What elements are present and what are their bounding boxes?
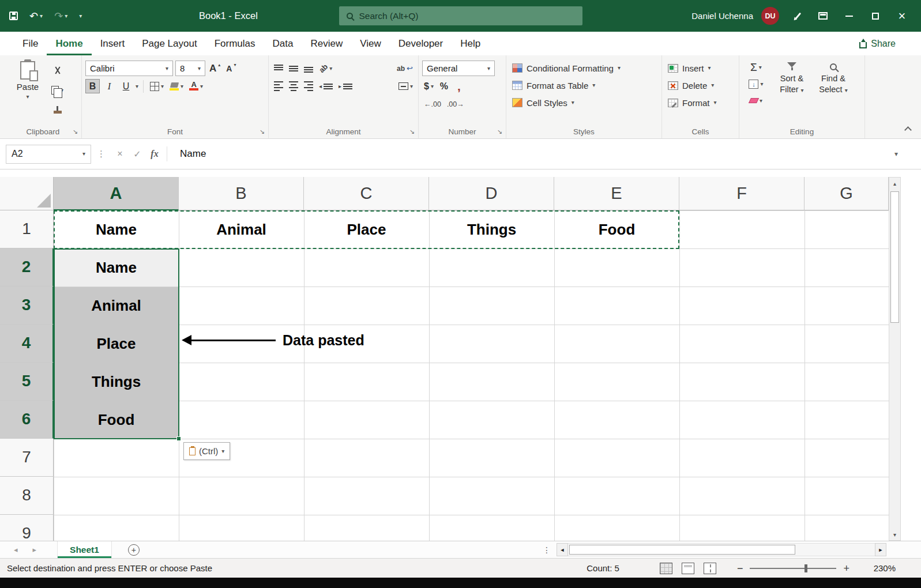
scroll-left-icon[interactable]: ◄ [557, 543, 568, 556]
name-box[interactable]: A2 ▾ [6, 145, 91, 164]
zoom-slider[interactable] [750, 568, 836, 569]
comma-style-button[interactable]: , [453, 78, 465, 94]
row-header-9[interactable]: 9 [0, 515, 54, 541]
conditional-formatting-button[interactable]: Conditional Formatting ▾ [510, 59, 658, 77]
horizontal-scroll-thumb[interactable] [569, 545, 795, 555]
maximize-button[interactable] [862, 0, 889, 32]
cell-styles-button[interactable]: Cell Styles ▾ [510, 94, 658, 111]
merge-center-button[interactable]: ▾ [397, 78, 415, 94]
column-header-D[interactable]: D [429, 177, 554, 210]
clear-button[interactable]: ▾ [743, 93, 769, 108]
paste-options-button[interactable]: (Ctrl) ▾ [183, 442, 230, 460]
tab-formulas[interactable]: Formulas [206, 32, 264, 55]
accounting-format-button[interactable]: $▾ [422, 78, 435, 94]
align-top-button[interactable] [272, 61, 285, 76]
horizontal-scroll-track[interactable] [568, 543, 875, 556]
cell-A6[interactable]: Food [54, 401, 179, 439]
undo-button[interactable]: ↶ ▾ [29, 11, 43, 21]
page-break-view-button[interactable] [704, 563, 716, 574]
dialog-launcher-icon[interactable]: ↘ [260, 128, 265, 135]
redo-button[interactable]: ↷ ▾ [54, 11, 67, 21]
tab-help[interactable]: Help [452, 32, 489, 55]
cell-A4[interactable]: Place [54, 325, 179, 363]
sheet-tab-sheet1[interactable]: Sheet1 [57, 541, 112, 558]
collapse-ribbon-icon[interactable] [904, 126, 912, 134]
sort-filter-button[interactable]: Sort & Filter ▾ [773, 59, 811, 108]
cell-A2[interactable]: Name [54, 248, 179, 287]
insert-function-icon[interactable]: fx [146, 149, 163, 159]
column-header-C[interactable]: C [304, 177, 429, 210]
font-size-select[interactable]: 8 ▾ [175, 61, 205, 76]
tab-page-layout[interactable]: Page Layout [133, 32, 205, 55]
format-cells-button[interactable]: Format ▾ [666, 94, 735, 111]
percent-style-button[interactable]: % [438, 78, 450, 94]
scroll-up-icon[interactable]: ▴ [893, 178, 896, 189]
close-button[interactable]: × [889, 0, 915, 32]
align-bottom-button[interactable] [302, 61, 315, 76]
cell-A3[interactable]: Animal [54, 287, 179, 325]
delete-cells-button[interactable]: Delete ▾ [666, 77, 735, 94]
tab-developer[interactable]: Developer [390, 32, 452, 55]
paste-button[interactable]: Paste ▾ [12, 59, 44, 118]
save-button[interactable] [9, 12, 18, 20]
scroll-down-icon[interactable]: ▾ [893, 529, 896, 540]
zoom-out-button[interactable]: − [737, 563, 743, 574]
add-sheet-button[interactable]: + [128, 544, 140, 556]
orientation-button[interactable]: ab▾ [317, 61, 334, 76]
cancel-icon[interactable]: × [111, 149, 129, 159]
italic-button[interactable]: I [102, 79, 116, 93]
zoom-level[interactable]: 230% [866, 563, 896, 573]
tab-review[interactable]: Review [302, 32, 351, 55]
borders-button[interactable]: ▾ [148, 78, 166, 94]
decrease-indent-button[interactable]: ◂ [317, 78, 334, 94]
page-layout-view-button[interactable] [682, 563, 694, 574]
column-header-F[interactable]: F [679, 177, 805, 210]
dialog-launcher-icon[interactable]: ↘ [73, 128, 78, 135]
normal-view-button[interactable] [660, 563, 672, 574]
minimize-button[interactable] [836, 0, 862, 32]
decrease-font-size-button[interactable]: A▾ [224, 61, 238, 76]
decrease-decimal-button[interactable]: .00→ [445, 96, 466, 112]
column-header-B[interactable]: B [179, 177, 304, 210]
cell-E1[interactable]: Food [554, 210, 679, 248]
insert-cells-button[interactable]: Insert ▾ [666, 59, 735, 77]
zoom-in-button[interactable]: + [843, 563, 849, 574]
find-select-button[interactable]: Find & Select ▾ [814, 59, 852, 108]
copy-button[interactable]: ▾ [50, 82, 65, 98]
tab-home[interactable]: Home [47, 32, 91, 55]
bold-button[interactable]: B [85, 79, 100, 93]
fill-button[interactable]: ↓▾ [743, 76, 769, 92]
pen-button[interactable] [785, 0, 810, 32]
prev-sheet-icon[interactable]: ◂ [14, 545, 18, 554]
autosum-button[interactable]: Σ▾ [743, 59, 769, 75]
tab-file[interactable]: File [14, 32, 47, 55]
dialog-launcher-icon[interactable]: ↘ [409, 128, 415, 135]
align-middle-button[interactable] [287, 61, 300, 76]
horizontal-scrollbar[interactable]: ⋮ ◄ ► [543, 543, 886, 556]
column-header-A[interactable]: A [54, 177, 179, 210]
cell-B1[interactable]: Animal [179, 210, 304, 248]
row-header-6[interactable]: 6 [0, 401, 54, 439]
vertical-scroll-thumb[interactable] [890, 191, 899, 323]
row-header-2[interactable]: 2 [0, 248, 54, 287]
column-header-E[interactable]: E [554, 177, 679, 210]
underline-button[interactable]: U [119, 79, 133, 93]
cell-A1[interactable]: Name [54, 210, 179, 248]
cell-C1[interactable]: Place [304, 210, 429, 248]
formula-input[interactable]: Name [171, 148, 894, 160]
scroll-right-icon[interactable]: ► [875, 543, 886, 556]
row-header-1[interactable]: 1 [0, 210, 54, 248]
increase-decimal-button[interactable]: ←.00 [422, 96, 443, 112]
number-format-select[interactable]: General ▾ [422, 61, 495, 76]
enter-icon[interactable]: ✓ [129, 149, 146, 160]
font-color-button[interactable]: A ▾ [187, 78, 205, 94]
formula-bar-expand-icon[interactable]: ▾ [894, 150, 898, 158]
vertical-scrollbar[interactable]: ▴ ▾ [889, 177, 901, 541]
splitter-dots-icon[interactable]: ⋮ [543, 545, 551, 555]
share-button[interactable]: Share [859, 32, 896, 55]
customize-toolbar-button[interactable]: ▾ [79, 13, 82, 19]
tab-view[interactable]: View [351, 32, 390, 55]
increase-indent-button[interactable]: ▸ [337, 78, 354, 94]
next-sheet-icon[interactable]: ▸ [33, 545, 37, 554]
row-header-4[interactable]: 4 [0, 325, 54, 363]
